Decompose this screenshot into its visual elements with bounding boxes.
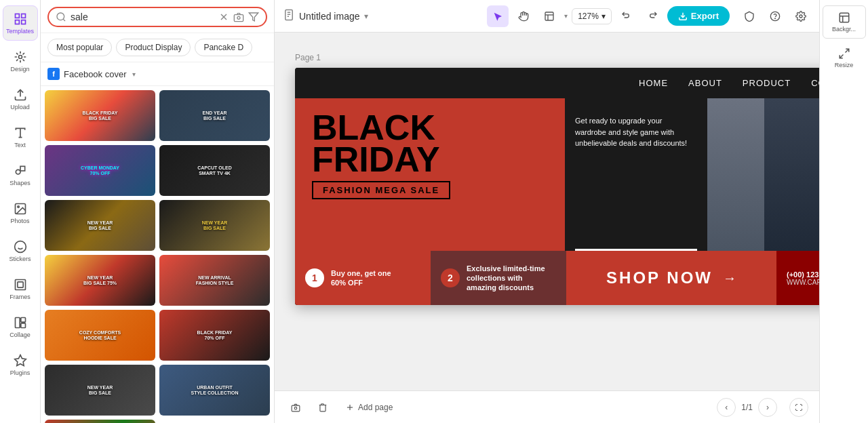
svg-rect-36 [292,405,300,411]
facebook-icon: f [47,68,60,80]
svg-marker-24 [249,13,258,21]
template-thumb[interactable]: BLACK FRIDAY70% OFF [159,310,270,361]
background-panel-item[interactable]: Backgr... [823,5,866,39]
bottom-bar: Add page ‹ 1/1 › [275,390,819,423]
sidebar-item-upload[interactable]: Upload [3,81,38,117]
chip-product-display[interactable]: Product Display [116,39,191,56]
right-panel: Backgr... Resize [819,0,868,423]
sidebar-item-frames[interactable]: Frames [3,271,38,306]
svg-rect-40 [840,13,849,22]
filter-icon[interactable] [248,12,259,22]
bottom-step-2: 2 Exclusive limited-timecollections with… [431,251,566,305]
chip-most-popular[interactable]: Most popular [47,39,112,56]
help-icon-btn[interactable] [765,6,785,26]
template-thumb[interactable]: CHRISTMASSALE 70% OFF [45,420,155,423]
topbar-right-icons [739,6,811,26]
svg-rect-17 [20,323,25,327]
document-title: Untitled image [299,11,360,22]
svg-rect-16 [20,317,25,322]
nav-about: ABOUT [688,78,722,88]
camera-button[interactable] [285,399,306,416]
chevron-down-icon: ▾ [132,70,136,78]
sidebar-item-shapes[interactable]: Shapes [3,157,38,193]
camera-search-icon[interactable] [233,12,244,22]
prev-page-button[interactable]: ‹ [717,398,736,417]
search-input[interactable] [71,12,214,22]
topbar-left: Untitled image ▾ [283,9,481,24]
contact-website: WWW.CAPCUT.COM [787,279,819,286]
canvas-nav: HOME ABOUT PRODUCT CONTACT [295,68,819,98]
templates-panel: Most popular Product Display Pancake D f… [41,0,275,423]
svg-rect-14 [17,281,22,287]
sidebar-item-collage[interactable]: Collage [3,309,38,344]
search-wrapper [47,7,267,27]
contact-info: (+00) 123-456-789 WWW.CAPCUT.COM [776,251,819,305]
svg-point-23 [237,16,240,19]
document-arrow[interactable]: ▾ [364,12,368,21]
svg-rect-1 [21,14,25,18]
page-label: Page 1 [295,53,321,62]
body-text: Get ready to upgrade yourwardrobe and st… [575,115,697,149]
svg-rect-15 [15,317,20,327]
sidebar-item-photos[interactable]: Photos [3,195,38,230]
template-grid: BLACK FRIDAYBIG SALE END YEARBIG SALE CY… [41,86,274,423]
chip-pancake[interactable]: Pancake D [195,39,252,56]
sidebar-item-text[interactable]: Text [3,119,38,155]
canvas-photo [707,98,819,251]
settings-icon-btn[interactable] [791,6,811,26]
template-thumb[interactable]: NEW YEARBIG SALE 75% [45,255,155,306]
layout-tool[interactable] [538,5,560,27]
canvas[interactable]: HOME ABOUT PRODUCT CONTACT BLACKFRIDAY F… [295,68,819,305]
clear-icon[interactable] [218,12,229,22]
sidebar-item-plugins[interactable]: Plugins [3,347,38,382]
svg-point-9 [17,205,18,207]
template-thumb[interactable]: END YEARBIG SALE [159,90,270,141]
shield-icon-btn[interactable] [739,6,760,26]
nav-home: HOME [639,78,668,88]
sidebar-item-templates[interactable]: Templates [3,5,38,41]
template-thumb[interactable]: URBAN OUTFITSTYLE COLLECTION [159,365,270,416]
svg-rect-22 [234,15,243,22]
contact-phone: (+00) 123-456-789 [787,270,819,279]
redo-button[interactable] [642,5,663,27]
svg-line-42 [840,55,843,58]
template-thumb[interactable]: COZY COMFORTSHOODIE SALE [45,310,155,361]
model-figure-1 [707,98,764,251]
canvas-wrapper: Page 1 HOME ABOUT PRODUCT CONTACT BLACKF… [275,33,819,390]
template-thumb[interactable]: NEW YEARBIG SALE [45,365,155,416]
main-area: Untitled image ▾ ▾ 127% ▾ [275,0,819,423]
subtitle-text: FASHION MEGA SALE [312,181,450,199]
template-thumb[interactable]: NEW YEARBIG SALE [159,200,270,251]
svg-line-41 [845,49,848,52]
hand-tool[interactable] [513,5,534,27]
undo-button[interactable] [616,5,637,27]
template-thumb[interactable]: CYBER MONDAY70% OFF [45,145,155,196]
search-area [41,0,274,33]
template-thumb[interactable]: NEW ARRIVALFASHION STYLE [159,255,270,306]
nav-product: PRODUCT [743,78,791,88]
filter-chips: Most popular Product Display Pancake D [41,33,274,62]
shop-now-section: SHOP NOW → [566,251,776,305]
topbar: Untitled image ▾ ▾ 127% ▾ [275,0,819,33]
category-selector[interactable]: f Facebook cover ▾ [41,62,274,86]
svg-point-35 [800,15,802,18]
template-thumb[interactable]: NEW YEARBIG SALE [45,200,155,251]
resize-panel-item[interactable]: Resize [823,41,866,75]
svg-rect-3 [21,20,25,24]
zoom-selector[interactable]: 127% ▾ [572,8,612,24]
svg-point-37 [294,407,297,409]
model-photos [707,98,819,251]
template-thumb[interactable]: CAPCUT OLEDSMART TV 4K [159,145,270,196]
svg-rect-7 [20,166,25,171]
nav-contact: CONTACT [811,78,819,88]
sidebar-item-stickers[interactable]: Stickers [3,233,38,268]
export-button[interactable]: Export [667,6,730,26]
expand-button[interactable] [789,398,808,417]
category-name: Facebook cover [64,69,127,79]
template-thumb[interactable]: BLACK FRIDAYBIG SALE [45,90,155,141]
cursor-tool[interactable] [487,5,509,27]
next-page-button[interactable]: › [758,398,777,417]
add-page-button[interactable]: Add page [340,399,398,416]
delete-button[interactable] [313,399,333,416]
sidebar-item-design[interactable]: Design [3,43,38,79]
